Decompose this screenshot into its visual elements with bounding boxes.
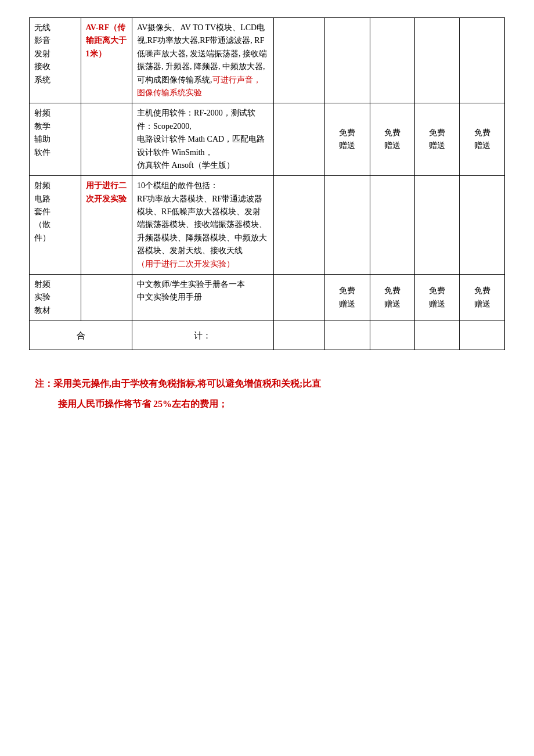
table-row: 射频 实验 教材 中文教师/学生实验手册各一本中文实验使用手册 免费赠送 免费赠… bbox=[30, 275, 505, 321]
total-spec bbox=[273, 321, 325, 350]
row1-c2 bbox=[370, 18, 414, 103]
main-table: 无线 影音 发射 接收 系统 AV-RF（传输距离大于1米） AV摄像头、AV … bbox=[29, 17, 505, 350]
row4-spec bbox=[273, 275, 325, 321]
total-label: 合 bbox=[30, 321, 132, 350]
row4-c4: 免费赠送 bbox=[460, 275, 505, 321]
total-row: 合 计： bbox=[30, 321, 505, 350]
row2-name: 射频 教学 辅助 软件 bbox=[30, 103, 81, 176]
table-row: 射频 电路 套件 （散 件） 用于进行二次开发实验 10个模组的散件包括：RF功… bbox=[30, 176, 505, 275]
row2-c2: 免费赠送 bbox=[370, 103, 414, 176]
row1-spec bbox=[273, 18, 325, 103]
total-c4 bbox=[460, 321, 505, 350]
page-container: 无线 影音 发射 接收 系统 AV-RF（传输距离大于1米） AV摄像头、AV … bbox=[0, 0, 534, 432]
row3-highlight: 用于进行二次开发实验 bbox=[81, 176, 132, 275]
row4-c1: 免费赠送 bbox=[325, 275, 370, 321]
row1-highlight-text: AV-RF（传输距离大于1米） bbox=[86, 23, 127, 58]
row4-desc: 中文教师/学生实验手册各一本中文实验使用手册 bbox=[132, 275, 273, 321]
note-section: 注：采用美元操作,由于学校有免税指标,将可以避免增值税和关税;比直 接用人民币操… bbox=[29, 373, 505, 414]
note-line1: 注：采用美元操作,由于学校有免税指标,将可以避免增值税和关税;比直 bbox=[35, 373, 505, 394]
row3-spec bbox=[273, 176, 325, 275]
note-line2: 接用人民币操作将节省 25%左右的费用； bbox=[35, 394, 505, 414]
row2-c1: 免费赠送 bbox=[325, 103, 370, 176]
row4-highlight bbox=[81, 275, 132, 321]
row2-spec bbox=[273, 103, 325, 176]
row2-highlight bbox=[81, 103, 132, 176]
row2-desc: 主机使用软件：RF-2000，测试软件：Scope2000, 电路设计软件 Ma… bbox=[132, 103, 273, 176]
total-c2 bbox=[370, 321, 414, 350]
row3-c1 bbox=[325, 176, 370, 275]
table-row: 射频 教学 辅助 软件 主机使用软件：RF-2000，测试软件：Scope200… bbox=[30, 103, 505, 176]
row1-c4 bbox=[460, 18, 505, 103]
row1-c1 bbox=[325, 18, 370, 103]
total-c1 bbox=[325, 321, 370, 350]
row4-name: 射频 实验 教材 bbox=[30, 275, 81, 321]
row3-highlight-text: 用于进行二次开发实验 bbox=[86, 181, 127, 203]
row2-c4: 免费赠送 bbox=[460, 103, 505, 176]
row3-c4 bbox=[460, 176, 505, 275]
row4-c3: 免费赠送 bbox=[415, 275, 460, 321]
row3-desc-suffix: （用于进行二次开发实验） bbox=[137, 260, 234, 268]
row3-name: 射频 电路 套件 （散 件） bbox=[30, 176, 81, 275]
row3-c3 bbox=[415, 176, 460, 275]
row1-name: 无线 影音 发射 接收 系统 bbox=[30, 18, 81, 103]
row2-c3: 免费赠送 bbox=[415, 103, 460, 176]
row3-desc-main: 10个模组的散件包括：RF功率放大器模块、RF带通滤波器模块、RF低噪声放大器模… bbox=[137, 181, 267, 255]
row1-c3 bbox=[415, 18, 460, 103]
row4-c2: 免费赠送 bbox=[370, 275, 414, 321]
row3-c2 bbox=[370, 176, 414, 275]
table-row: 无线 影音 发射 接收 系统 AV-RF（传输距离大于1米） AV摄像头、AV … bbox=[30, 18, 505, 103]
total-c3 bbox=[415, 321, 460, 350]
total-label2: 计： bbox=[132, 321, 273, 350]
row1-highlight: AV-RF（传输距离大于1米） bbox=[81, 18, 132, 103]
row3-desc: 10个模组的散件包括：RF功率放大器模块、RF带通滤波器模块、RF低噪声放大器模… bbox=[132, 176, 273, 275]
row1-desc: AV摄像头、AV TO TV模块、LCD电视,RF功率放大器,RF带通滤波器, … bbox=[132, 18, 273, 103]
